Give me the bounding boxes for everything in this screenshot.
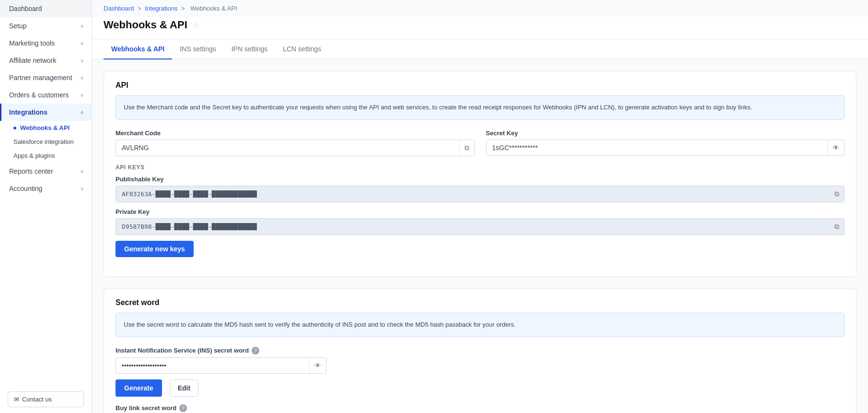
- ins-toggle-button[interactable]: 👁: [309, 358, 326, 373]
- api-form: Merchant Code ⧉ Secret Key: [104, 130, 856, 276]
- ins-label-row: Instant Notification Service (INS) secre…: [116, 347, 845, 354]
- secret-word-info-box: Use the secret word to calculate the MD5…: [116, 313, 845, 337]
- ins-edit-button[interactable]: Edit: [170, 379, 198, 397]
- secret-word-form: Instant Notification Service (INS) secre…: [104, 347, 856, 413]
- merchant-code-copy-button[interactable]: ⧉: [459, 140, 474, 156]
- publishable-key-label: Publishable Key: [116, 176, 845, 183]
- sidebar-sub-item-apps-plugins[interactable]: Apps & plugins: [0, 149, 92, 163]
- sidebar-item-integrations[interactable]: Integrations ∧: [0, 104, 92, 121]
- sidebar-item-label: Marketing tools: [9, 39, 55, 47]
- tab-lcn-settings[interactable]: LCN settings: [275, 39, 329, 59]
- sidebar-item-setup[interactable]: Setup ∨: [0, 17, 92, 35]
- private-key-copy-button[interactable]: ⧉: [829, 219, 844, 235]
- sidebar-item-label: Dashboard: [9, 5, 42, 12]
- tab-ins-settings[interactable]: INS settings: [172, 39, 223, 59]
- sidebar: Dashboard Setup ∨ Marketing tools ∨ Affi…: [0, 0, 92, 413]
- merchant-code-group: Merchant Code ⧉: [116, 130, 475, 156]
- merchant-code-input[interactable]: [116, 140, 459, 155]
- chevron-down-icon: ∨: [80, 186, 84, 192]
- page-title: Webhooks & API: [104, 19, 187, 31]
- active-dot-icon: [13, 127, 16, 130]
- api-keys-label: API KEYS: [116, 164, 845, 171]
- sidebar-item-orders-customers[interactable]: Orders & customers ∨: [0, 86, 92, 104]
- publishable-key-wrapper: ⧉: [116, 186, 845, 202]
- chevron-down-icon: ∨: [80, 40, 84, 47]
- secret-key-input[interactable]: [486, 140, 828, 155]
- envelope-icon: ✉: [14, 396, 19, 403]
- sidebar-item-dashboard[interactable]: Dashboard: [0, 0, 92, 17]
- sidebar-sub-item-webhooks-api[interactable]: Webhooks & API: [0, 121, 92, 135]
- private-key-input[interactable]: [116, 219, 829, 234]
- secret-key-toggle-button[interactable]: 👁: [827, 140, 844, 155]
- secret-key-group: Secret Key 👁: [486, 130, 845, 156]
- favorite-star-icon[interactable]: ☆: [192, 20, 200, 30]
- main-content: Dashboard > Integrations > Webhooks & AP…: [92, 0, 868, 413]
- tab-content: API Use the Merchant code and the Secret…: [92, 59, 868, 413]
- breadcrumb-separator-2: >: [181, 5, 186, 12]
- eye-icon: 👁: [833, 144, 839, 152]
- tab-webhooks-api[interactable]: Webhooks & API: [104, 39, 172, 59]
- ins-generate-button[interactable]: Generate: [116, 379, 162, 397]
- sidebar-item-label: Accounting: [9, 185, 42, 192]
- api-section-title: API: [104, 71, 856, 95]
- chevron-down-icon: ∨: [80, 23, 84, 29]
- secret-key-label: Secret Key: [486, 130, 845, 137]
- ins-label: Instant Notification Service (INS) secre…: [116, 347, 249, 354]
- eye-icon: 👁: [314, 362, 321, 369]
- sidebar-item-affiliate-network[interactable]: Affiliate network ∨: [0, 52, 92, 69]
- ins-input-wrapper: 👁: [116, 357, 326, 374]
- contact-us-button[interactable]: ✉ Contact us: [8, 391, 84, 407]
- sidebar-item-partner-management[interactable]: Partner management ∨: [0, 69, 92, 86]
- credentials-row: Merchant Code ⧉ Secret Key: [116, 130, 845, 156]
- chevron-up-icon: ∧: [80, 109, 84, 116]
- secret-word-info-text: Use the secret word to calculate the MD5…: [124, 321, 516, 328]
- copy-icon: ⧉: [834, 190, 839, 198]
- sidebar-item-label: Partner management: [9, 74, 72, 82]
- generate-new-keys-button[interactable]: Generate new keys: [116, 241, 194, 257]
- private-key-wrapper: ⧉: [116, 218, 845, 235]
- sidebar-sub-item-label: Apps & plugins: [13, 152, 55, 159]
- sidebar-sub-item-salesforce[interactable]: Salesforce integration: [0, 135, 92, 149]
- merchant-code-label: Merchant Code: [116, 130, 475, 137]
- sidebar-sub-item-label: Webhooks & API: [20, 124, 69, 131]
- secret-word-section: Secret word Use the secret word to calcu…: [104, 288, 856, 413]
- publishable-key-copy-button[interactable]: ⧉: [829, 186, 844, 202]
- api-section: API Use the Merchant code and the Secret…: [104, 71, 856, 277]
- tab-bar: Webhooks & API INS settings IPN settings…: [92, 39, 868, 59]
- secret-key-input-wrapper: 👁: [486, 140, 845, 156]
- contact-us-label: Contact us: [22, 396, 52, 403]
- buy-link-label: Buy link secret word: [116, 404, 176, 412]
- buy-link-help-icon[interactable]: ?: [179, 404, 187, 412]
- sidebar-item-label: Setup: [9, 22, 27, 30]
- page-header: Webhooks & API ☆: [92, 17, 868, 39]
- api-info-text: Use the Merchant code and the Secret key…: [124, 104, 752, 111]
- private-key-label: Private Key: [116, 208, 845, 215]
- sidebar-item-reports-center[interactable]: Reports center ∨: [0, 163, 92, 180]
- sidebar-item-label: Integrations: [9, 108, 47, 116]
- merchant-code-input-wrapper: ⧉: [116, 140, 475, 156]
- breadcrumb-current: Webhooks & API: [190, 5, 237, 12]
- sidebar-item-label: Reports center: [9, 167, 53, 175]
- tab-ipn-settings[interactable]: IPN settings: [224, 39, 275, 59]
- sidebar-sub-item-label: Salesforce integration: [13, 138, 74, 145]
- sidebar-item-accounting[interactable]: Accounting ∨: [0, 180, 92, 197]
- publishable-key-input[interactable]: [116, 187, 829, 201]
- ins-help-icon[interactable]: ?: [252, 347, 259, 354]
- secret-word-title: Secret word: [104, 289, 856, 313]
- chevron-down-icon: ∨: [80, 58, 84, 64]
- copy-icon: ⧉: [834, 223, 839, 230]
- sidebar-item-marketing-tools[interactable]: Marketing tools ∨: [0, 35, 92, 52]
- buy-link-label-row: Buy link secret word ?: [116, 404, 845, 412]
- api-info-box: Use the Merchant code and the Secret key…: [116, 95, 845, 120]
- sidebar-item-label: Affiliate network: [9, 57, 57, 64]
- breadcrumb-separator-1: >: [138, 5, 143, 12]
- ins-secret-word-input[interactable]: [116, 358, 309, 373]
- breadcrumb-integrations[interactable]: Integrations: [145, 5, 177, 12]
- chevron-down-icon: ∨: [80, 92, 84, 98]
- breadcrumb-dashboard[interactable]: Dashboard: [104, 5, 134, 12]
- chevron-down-icon: ∨: [80, 75, 84, 81]
- chevron-down-icon: ∨: [80, 168, 84, 175]
- sidebar-item-label: Orders & customers: [9, 91, 69, 99]
- ins-buttons-row: Generate Edit: [116, 379, 845, 397]
- breadcrumb: Dashboard > Integrations > Webhooks & AP…: [92, 0, 868, 17]
